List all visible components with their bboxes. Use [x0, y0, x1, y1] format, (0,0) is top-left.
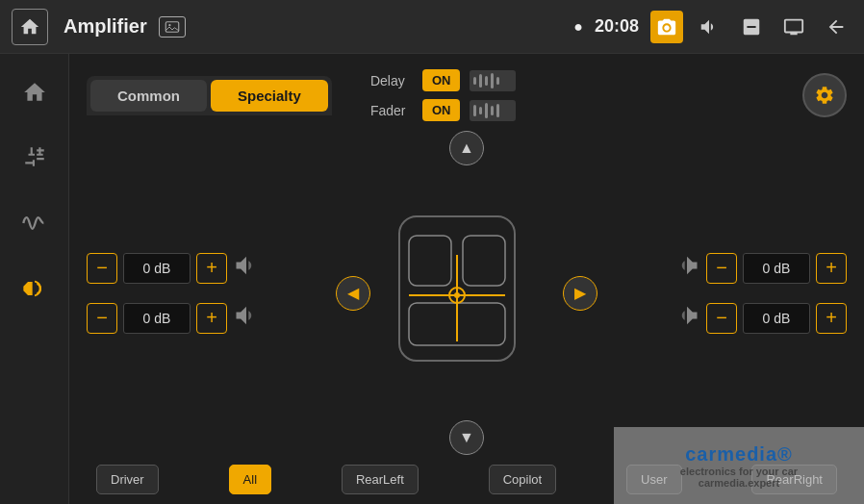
image-icon[interactable]: [159, 16, 186, 38]
tab-specialty[interactable]: Specialty: [211, 80, 328, 112]
front-left-speaker-icon: [233, 252, 260, 285]
sidebar-wave-btn[interactable]: [12, 200, 58, 246]
camera-icon[interactable]: [650, 11, 683, 43]
volume-icon[interactable]: [693, 11, 725, 43]
topbar-time: 20:08: [595, 16, 639, 37]
home-button[interactable]: [12, 9, 48, 45]
main-layout: Common Specialty Delay ON Fader: [0, 54, 864, 504]
fader-row: Fader ON: [370, 99, 517, 121]
sidebar-speaker-btn[interactable]: [12, 265, 58, 312]
tab-common[interactable]: Common: [90, 80, 207, 112]
delay-on-button[interactable]: ON: [422, 69, 461, 91]
nav-right-arrow[interactable]: ▶: [563, 276, 597, 311]
copilot-button[interactable]: Copilot: [489, 465, 556, 494]
content-area: Common Specialty Delay ON Fader: [69, 54, 864, 504]
tab-bar: Common Specialty: [87, 76, 332, 115]
delay-row: Delay ON: [370, 69, 517, 91]
nav-left-arrow[interactable]: ◀: [336, 276, 370, 311]
rear-left-display: 0 dB: [123, 303, 191, 334]
rear-right-button[interactable]: RearRight: [751, 465, 837, 494]
center-area: ▲ ◀: [289, 131, 645, 455]
rear-left-button[interactable]: RearLeft: [342, 465, 419, 494]
back-icon[interactable]: [820, 11, 852, 43]
rear-right-display: 0 dB: [743, 303, 810, 334]
top-row: Common Specialty Delay ON Fader: [87, 69, 847, 121]
delay-label: Delay: [370, 73, 413, 88]
sidebar-eq-btn[interactable]: [12, 135, 58, 181]
topbar-icon-group: [650, 11, 852, 43]
svg-rect-4: [463, 236, 505, 286]
fader-on-button[interactable]: ON: [422, 99, 461, 121]
topbar: Amplifier ● 20:08: [0, 0, 864, 54]
rear-right-vol-row: − 0 dB +: [673, 302, 847, 335]
front-right-plus[interactable]: +: [816, 253, 847, 284]
page-title: Amplifier: [64, 15, 147, 38]
controls-area: − 0 dB + − 0 dB +: [87, 131, 847, 455]
front-right-speaker-icon: [673, 252, 700, 285]
rear-left-plus[interactable]: +: [196, 303, 227, 334]
front-right-minus[interactable]: −: [706, 253, 737, 284]
front-left-plus[interactable]: +: [196, 253, 227, 284]
svg-point-9: [454, 292, 460, 298]
delay-fader-section: Delay ON Fader ON: [370, 69, 517, 121]
fader-label: Fader: [370, 103, 413, 118]
nav-up-arrow[interactable]: ▲: [449, 131, 484, 165]
close-icon[interactable]: [735, 11, 768, 43]
svg-rect-3: [409, 236, 451, 286]
rear-left-speaker-icon: [233, 302, 260, 335]
rear-right-speaker-icon: [673, 302, 700, 335]
front-left-vol-row: − 0 dB +: [87, 252, 279, 285]
sidebar-home-btn[interactable]: [12, 69, 58, 115]
rear-left-minus[interactable]: −: [87, 303, 117, 334]
front-right-vol-row: − 0 dB +: [673, 252, 847, 285]
screen-icon[interactable]: [777, 11, 810, 43]
svg-point-1: [168, 24, 170, 26]
rear-right-plus[interactable]: +: [816, 303, 847, 334]
user-button[interactable]: User: [626, 465, 681, 494]
left-volume-controls: − 0 dB + − 0 dB +: [87, 131, 279, 455]
nav-down-arrow[interactable]: ▼: [449, 420, 484, 455]
svg-rect-0: [165, 21, 179, 32]
fader-slider[interactable]: [470, 100, 516, 121]
delay-slider[interactable]: [470, 70, 516, 91]
rear-right-minus[interactable]: −: [706, 303, 737, 334]
front-left-minus[interactable]: −: [87, 253, 117, 284]
right-volume-controls: − 0 dB + − 0 dB +: [654, 131, 847, 455]
settings-button[interactable]: [802, 73, 847, 117]
speaker-buttons-row: Driver All RearLeft Copilot User RearRig…: [87, 465, 847, 494]
driver-button[interactable]: Driver: [96, 465, 159, 494]
car-diagram-row: ◀: [336, 207, 597, 380]
all-button[interactable]: All: [229, 465, 271, 494]
front-right-display: 0 dB: [743, 253, 810, 284]
car-diagram: [380, 207, 553, 380]
location-icon: ●: [573, 18, 583, 36]
rear-left-vol-row: − 0 dB +: [87, 302, 279, 335]
front-left-display: 0 dB: [123, 253, 191, 284]
sidebar: [0, 54, 69, 504]
